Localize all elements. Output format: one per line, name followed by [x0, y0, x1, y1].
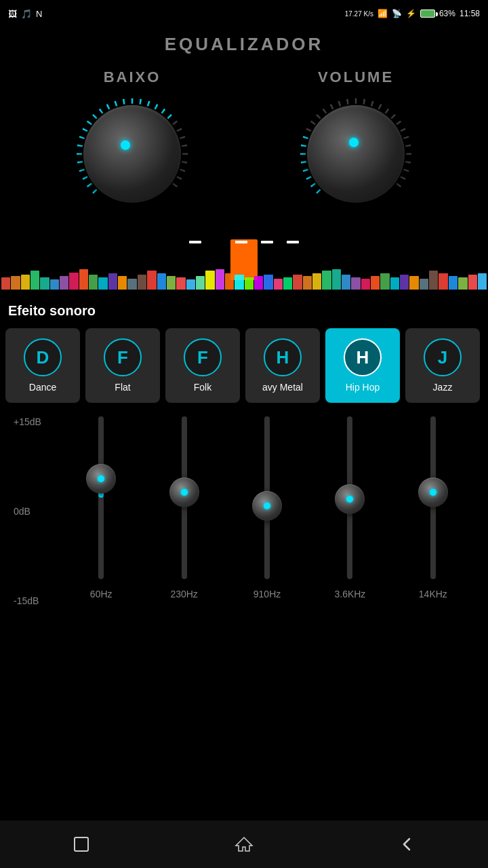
svg-line-34 [301, 162, 306, 163]
genre-name-flat: Flat [115, 382, 130, 393]
svg-line-3 [79, 170, 85, 171]
slider-thumb-14KHz[interactable] [418, 477, 448, 507]
genre-scroll-container[interactable]: DDanceFFlatFFolkHavy MetalHHip HopJJazz [0, 328, 488, 410]
spectrum-bar [216, 269, 224, 290]
slider-track-910Hz[interactable] [260, 416, 274, 579]
eq-bottom-db: -15dB [14, 595, 54, 606]
spectrum-bar [332, 269, 341, 290]
slider-track-230Hz[interactable] [178, 416, 191, 579]
svg-line-44 [347, 99, 348, 104]
genre-name-hip-hop: Hip Hop [346, 382, 380, 393]
svg-line-0 [93, 189, 97, 193]
eq-slider-col-910Hz[interactable]: 910Hz [226, 416, 308, 606]
spectrum-bar [138, 275, 146, 290]
spectrum-bar [30, 271, 39, 290]
eq-slider-col-14KHz[interactable]: 14KHz [392, 416, 474, 606]
wifi-icon: 📶 [378, 9, 388, 18]
volume-label: VOLUME [318, 68, 394, 86]
slider-thumb-910Hz[interactable] [252, 491, 282, 521]
svg-line-51 [396, 121, 401, 125]
back-arrow-icon [397, 835, 416, 854]
svg-rect-60 [75, 837, 88, 851]
genre-icon-heavy-metal: H [264, 338, 302, 376]
svg-line-31 [311, 183, 315, 186]
volume-knob-body[interactable] [307, 105, 405, 203]
eq-mid-db: 0dB [14, 506, 54, 517]
battery-icon [420, 9, 435, 18]
eq-section: +15dB 0dB -15dB 60Hz230Hz910Hz3.6KHz14KH… [0, 410, 488, 606]
slider-thumb-dot-14KHz [430, 489, 436, 496]
bass-knob-dot [121, 140, 130, 150]
svg-line-37 [303, 137, 308, 138]
spectrum-visualizer [0, 235, 488, 290]
knobs-section: BAIXO // We'll create ticks via CSS/SVG … [0, 68, 488, 215]
eq-wrapper: +15dB 0dB -15dB 60Hz230Hz910Hz3.6KHz14KH… [14, 416, 474, 606]
spectrum-bar [274, 279, 283, 290]
svg-line-21 [173, 121, 177, 125]
spectrum-bar [409, 276, 418, 290]
genre-item-jazz[interactable]: JJazz [405, 328, 480, 403]
genre-item-dance[interactable]: DDance [5, 328, 80, 403]
spectrum-bar [342, 275, 350, 290]
spectrum-bar [420, 279, 428, 290]
spectrum-bar [176, 277, 185, 290]
genre-item-folk[interactable]: FFolk [165, 328, 240, 403]
genre-item-flat[interactable]: FFlat [85, 328, 160, 403]
eq-slider-col-60Hz[interactable]: 60Hz [60, 416, 142, 606]
spectrum-bar [50, 279, 59, 290]
spectrum-bar [40, 277, 49, 290]
slider-freq-label-14KHz: 14KHz [419, 589, 447, 599]
nav-home-button[interactable] [230, 831, 258, 858]
nav-recents-button[interactable] [68, 831, 95, 858]
svg-line-28 [177, 177, 182, 180]
svg-line-9 [87, 121, 92, 125]
bass-knob[interactable]: // We'll create ticks via CSS/SVG manual… [71, 93, 193, 215]
genre-item-hip-hop[interactable]: HHip Hop [325, 328, 400, 403]
spectrum-bar [303, 276, 312, 290]
spectrum-bar [118, 276, 127, 290]
svg-line-13 [115, 101, 117, 106]
spectrum-bar [235, 275, 243, 290]
spectrum-bar [196, 276, 205, 290]
svg-line-2 [83, 177, 87, 180]
nav-back-button[interactable] [393, 831, 420, 858]
eq-slider-col-3.6KHz[interactable]: 3.6KHz [308, 416, 391, 606]
spectrum-bar [390, 277, 399, 290]
svg-line-19 [161, 109, 165, 113]
genre-selector[interactable]: DDanceFFlatFFolkHavy MetalHHip HopJJazz [3, 328, 488, 410]
square-icon [72, 835, 91, 854]
svg-line-39 [311, 121, 315, 125]
spectrum-bar [351, 277, 360, 290]
svg-line-59 [396, 183, 401, 186]
svg-line-6 [77, 145, 83, 146]
battery-percent: 63% [439, 9, 455, 18]
status-right: 17.27 K/s 📶 📡 ⚡ 63% 11:58 [345, 9, 480, 18]
spectrum-bar [1, 277, 10, 290]
slider-thumb-60Hz[interactable] [86, 464, 116, 494]
bass-knob-container[interactable]: BAIXO // We'll create ticks via CSS/SVG … [71, 68, 193, 215]
slider-track-60Hz[interactable] [94, 416, 108, 579]
eq-sliders[interactable]: 60Hz230Hz910Hz3.6KHz14KHz [60, 416, 474, 606]
spectrum-bar [108, 273, 117, 290]
spectrum-bar [400, 275, 409, 290]
spectrum-bar [429, 271, 438, 290]
slider-thumb-230Hz[interactable] [169, 477, 199, 507]
slider-track-3.6KHz[interactable] [343, 416, 357, 579]
slider-track-bg-60Hz [98, 416, 104, 579]
charge-icon: ⚡ [406, 9, 416, 18]
svg-line-18 [155, 104, 158, 109]
slider-track-14KHz[interactable] [426, 416, 440, 579]
svg-line-54 [405, 145, 411, 146]
genre-name-heavy-metal: avy Metal [262, 382, 303, 393]
svg-line-47 [371, 101, 373, 106]
volume-knob[interactable] [295, 93, 417, 215]
slider-freq-label-3.6KHz: 3.6KHz [334, 589, 365, 599]
slider-thumb-3.6KHz[interactable] [335, 484, 365, 514]
bass-knob-body[interactable] [83, 105, 181, 203]
eq-slider-col-230Hz[interactable]: 230Hz [142, 416, 225, 606]
genre-item-heavy-metal[interactable]: Havy Metal [245, 328, 320, 403]
svg-line-58 [401, 177, 405, 180]
genre-icon-dance: D [24, 338, 62, 376]
volume-knob-container[interactable]: VOLUME [295, 68, 417, 215]
svg-line-23 [180, 137, 185, 138]
